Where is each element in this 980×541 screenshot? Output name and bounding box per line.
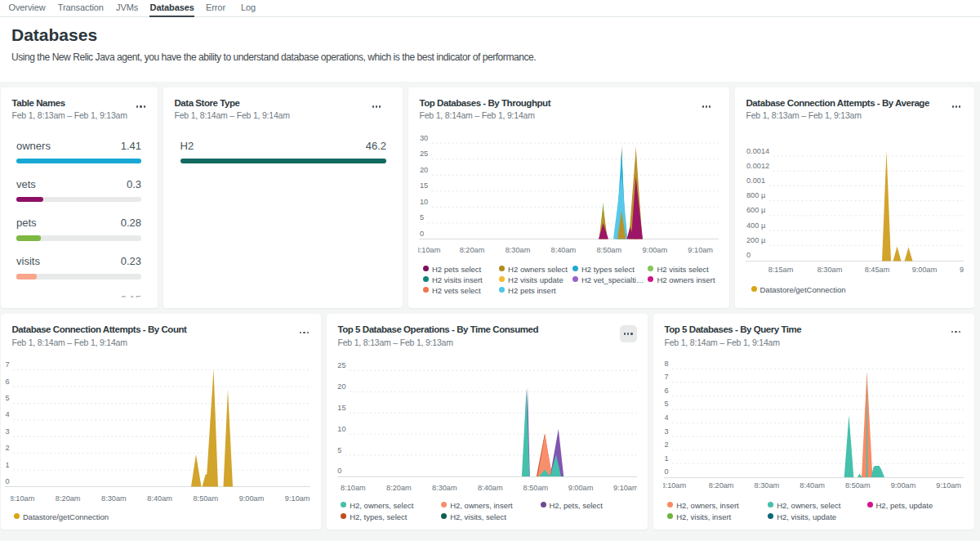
- svg-text:9:00am: 9:00am: [891, 481, 916, 490]
- svg-text:8:20am: 8:20am: [386, 484, 412, 492]
- svg-text:6: 6: [665, 387, 669, 395]
- svg-text:9:15am: 9:15am: [960, 266, 964, 274]
- svg-text:9:10am: 9:10am: [688, 245, 713, 253]
- svg-text:5: 5: [337, 446, 341, 454]
- svg-text:5: 5: [6, 394, 10, 402]
- svg-text:800 µ: 800 µ: [746, 191, 766, 199]
- svg-text:8:50am: 8:50am: [193, 494, 218, 503]
- svg-text:25: 25: [337, 361, 345, 369]
- svg-text:20: 20: [337, 382, 345, 391]
- svg-text:8:20am: 8:20am: [460, 245, 485, 253]
- svg-text:8:30am: 8:30am: [817, 266, 843, 274]
- svg-text:0.0012: 0.0012: [746, 161, 769, 169]
- svg-text:0.0014: 0.0014: [746, 146, 769, 154]
- svg-text:0: 0: [746, 250, 751, 258]
- svg-text:3: 3: [665, 427, 669, 436]
- svg-text:8:10am: 8:10am: [341, 484, 366, 492]
- svg-text:1: 1: [6, 461, 10, 469]
- svg-text:0: 0: [420, 229, 424, 237]
- svg-text:5: 5: [665, 400, 669, 408]
- svg-text:0: 0: [665, 467, 669, 476]
- svg-text:8:20am: 8:20am: [709, 481, 734, 490]
- svg-text:8:45am: 8:45am: [865, 266, 890, 274]
- svg-text:9:10am: 9:10am: [285, 494, 310, 503]
- svg-text:30: 30: [420, 133, 428, 141]
- svg-text:8:40am: 8:40am: [551, 245, 577, 253]
- svg-text:8:40am: 8:40am: [800, 481, 825, 490]
- svg-text:8:50am: 8:50am: [596, 245, 621, 253]
- svg-text:2: 2: [6, 444, 10, 452]
- svg-text:8:10am: 8:10am: [416, 245, 441, 253]
- svg-text:0: 0: [6, 477, 10, 485]
- svg-text:1: 1: [665, 454, 669, 463]
- svg-text:8:10am: 8:10am: [10, 494, 35, 503]
- svg-text:9:10am: 9:10am: [613, 484, 637, 492]
- svg-text:8:30am: 8:30am: [755, 481, 780, 490]
- svg-text:8:40am: 8:40am: [478, 484, 503, 492]
- svg-text:15: 15: [420, 181, 428, 190]
- svg-text:8:20am: 8:20am: [56, 494, 81, 503]
- svg-text:3: 3: [6, 427, 10, 436]
- svg-text:8: 8: [665, 360, 669, 368]
- svg-text:9:10am: 9:10am: [936, 481, 961, 490]
- svg-text:7: 7: [665, 373, 669, 381]
- svg-text:8:10am: 8:10am: [661, 481, 686, 490]
- svg-text:9:00am: 9:00am: [568, 484, 594, 492]
- svg-text:8:30am: 8:30am: [506, 245, 531, 253]
- svg-text:9:00am: 9:00am: [912, 266, 938, 274]
- svg-text:25: 25: [420, 150, 428, 158]
- svg-text:8:30am: 8:30am: [101, 494, 127, 503]
- svg-text:200 µ: 200 µ: [746, 235, 766, 244]
- svg-text:15: 15: [337, 404, 345, 412]
- svg-text:8:15am: 8:15am: [768, 266, 794, 274]
- svg-text:5: 5: [420, 213, 424, 221]
- svg-text:8:50am: 8:50am: [845, 481, 871, 490]
- svg-text:8:40am: 8:40am: [147, 494, 172, 503]
- svg-text:2: 2: [665, 440, 669, 449]
- svg-text:0: 0: [337, 467, 341, 475]
- svg-text:4: 4: [665, 414, 669, 422]
- svg-text:9:00am: 9:00am: [642, 245, 667, 253]
- svg-text:7: 7: [6, 360, 10, 369]
- svg-text:600 µ: 600 µ: [746, 206, 766, 214]
- svg-text:8:50am: 8:50am: [523, 484, 549, 492]
- svg-text:10: 10: [337, 425, 345, 433]
- svg-text:400 µ: 400 µ: [746, 221, 766, 229]
- svg-text:10: 10: [420, 197, 428, 205]
- svg-text:6: 6: [6, 378, 10, 386]
- svg-text:8:30am: 8:30am: [432, 484, 457, 492]
- svg-text:20: 20: [420, 165, 428, 173]
- svg-text:0.001: 0.001: [746, 176, 765, 184]
- svg-text:4: 4: [6, 410, 10, 418]
- svg-text:9:00am: 9:00am: [239, 494, 265, 503]
